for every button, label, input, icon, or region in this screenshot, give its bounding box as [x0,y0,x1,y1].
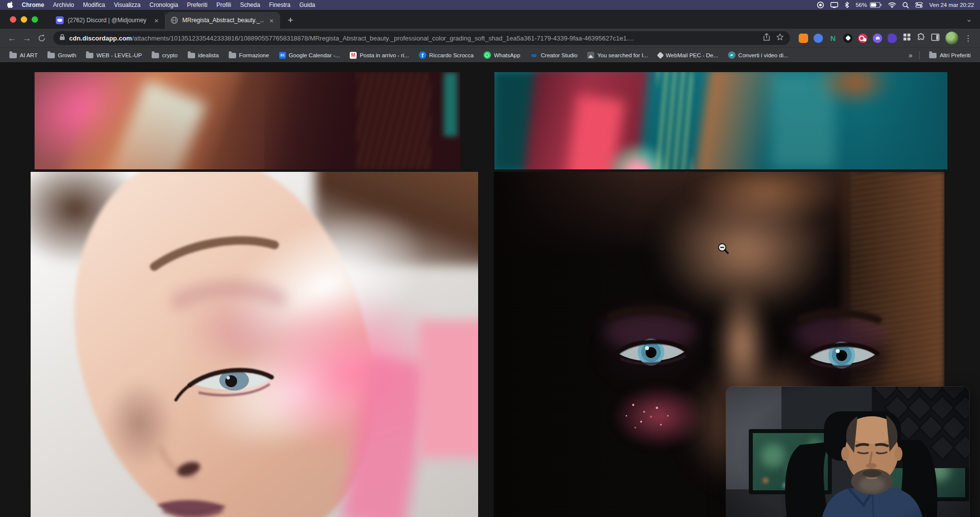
image-grid-bottom-left-portrait[interactable] [31,172,478,517]
wifi-icon[interactable] [888,2,896,8]
facebook-icon [419,51,426,59]
bookmark-folder-growth[interactable]: Growth [43,50,81,60]
tab-discord[interactable]: (2762) Discord | @Midjourney × [51,12,165,29]
tab-close-icon[interactable]: × [153,16,160,25]
menu-cronologia[interactable]: Cronologia [145,0,183,10]
macos-menubar: Chrome Archivio Modifica Visualizza Cron… [0,0,980,10]
bookmark-star-icon[interactable] [776,33,784,43]
blue-extension-icon[interactable] [814,34,823,43]
dark-circle-extension-icon[interactable] [843,34,853,43]
red-key-extension-icon[interactable] [858,34,867,43]
page-content [0,62,980,517]
side-panel-icon[interactable] [931,34,939,43]
presenter-scene [726,387,969,517]
extension-icons: N [795,34,901,43]
tab-image-active[interactable]: MRregista_Abstract_beauty._… × [165,12,280,29]
bookmarks-bar: AI ART Growth WEB - LEVEL-UP crypto idea… [0,47,980,62]
lock-icon [59,34,65,42]
screen-mirroring-icon[interactable] [830,2,838,8]
tab-strip: (2762) Discord | @Midjourney × MRregista… [0,10,980,29]
menu-profili[interactable]: Profili [212,0,236,10]
tab-search-chevron-icon[interactable]: ⌄ [966,15,972,24]
menu-chrome[interactable]: Chrome [17,0,48,10]
bookmark-folder-web-level-up[interactable]: WEB - LEVEL-UP [82,50,146,60]
tab-close-icon[interactable]: × [268,16,275,25]
webmail-diamond-icon [657,51,664,58]
bookmark-google-calendar[interactable]: Google Calendar -... [275,50,345,60]
profile-avatar[interactable] [945,32,958,44]
purple-extension-icon[interactable] [873,34,882,43]
image-grid-top-left[interactable] [35,72,460,169]
gmail-icon [350,52,357,59]
video-convert-icon [728,51,735,59]
bookmark-whatsapp[interactable]: WhatsApp [479,50,525,60]
menu-guida[interactable]: Guida [295,0,320,10]
other-bookmarks-folder[interactable]: Altri Preferiti [925,50,975,60]
menu-finestra[interactable]: Finestra [265,0,295,10]
webcam-overlay[interactable] [726,387,969,517]
menu-scheda[interactable]: Scheda [236,0,265,10]
bookmark-facebook-profile[interactable]: Riccardo Scrocca [414,50,478,60]
image-grid-top-right[interactable] [494,72,947,169]
meta-infinity-icon [530,51,538,59]
menu-archivio[interactable]: Archivio [48,0,79,10]
share-icon[interactable] [763,33,770,43]
extensions-puzzle-icon[interactable] [917,33,925,43]
folder-icon [152,53,159,58]
bookmark-gmail-inbox[interactable]: Posta in arrivo - ri... [345,50,413,60]
folder-icon [9,53,17,58]
folder-icon [86,53,93,58]
menubar-clock[interactable]: Ven 24 mar 20:22 [929,2,974,8]
spotlight-search-icon[interactable] [902,2,909,8]
tab-title: MRregista_Abstract_beauty._… [182,17,264,24]
record-icon[interactable] [817,1,824,8]
new-tab-button[interactable]: + [284,14,297,27]
minimize-window-button[interactable] [21,16,27,23]
bookmark-image-search[interactable]: You searched for I... [583,50,653,60]
google-calendar-icon [279,52,286,59]
indigo-extension-icon[interactable] [888,34,897,43]
url-host: cdn.discordapp.com [69,35,132,42]
folder-icon [229,53,236,58]
discord-favicon [56,16,64,24]
bookmark-creator-studio[interactable]: Creator Studio [526,50,582,61]
zoom-window-button[interactable] [32,16,38,23]
apple-logo-icon[interactable] [7,1,13,9]
menu-extras-icon[interactable] [915,2,923,8]
portrait-face-details [31,172,478,517]
bookmark-converti-video[interactable]: Converti i video di... [724,50,793,60]
folder-icon [929,53,937,58]
bookmark-folder-crypto[interactable]: crypto [147,50,182,60]
bookmark-folder-ai-art[interactable]: AI ART [5,50,42,60]
whatsapp-icon [484,51,491,59]
battery-percent: 56% [856,2,867,8]
bluetooth-icon[interactable] [845,1,849,8]
bookmark-folder-idealista[interactable]: idealista [183,50,223,60]
browser-toolbar: ← → cdn.discordapp.com /attachments/1013… [0,29,980,47]
bookmarks-overflow-chevron[interactable]: » [907,51,915,59]
kebab-menu-icon[interactable]: ⋮ [964,34,972,43]
tab-grid-icon[interactable] [903,33,911,43]
teal-n-extension-icon[interactable]: N [828,34,838,43]
back-button[interactable]: ← [5,31,19,45]
globe-favicon [170,16,178,24]
folder-icon [47,53,55,58]
battery-charging-icon[interactable] [870,2,882,8]
image-search-icon [587,52,594,59]
toolbar-controls: ⋮ [902,32,975,44]
menu-preferiti[interactable]: Preferiti [183,0,212,10]
url-path: /attachments/1013512335442333816/1088905… [132,35,759,42]
address-bar[interactable]: cdn.discordapp.com /attachments/10135123… [53,31,790,45]
zoom-out-cursor-icon [717,242,730,255]
tab-title: (2762) Discord | @Midjourney [68,17,149,24]
reload-button[interactable] [35,31,48,45]
bookmark-folder-formazione[interactable]: Formazione [224,50,274,60]
bookmark-webmail-pec[interactable]: WebMail PEC - De... [653,51,723,60]
menu-modifica[interactable]: Modifica [79,0,110,10]
close-window-button[interactable] [10,16,16,23]
bookmarks-divider [919,51,920,59]
metamask-extension-icon[interactable] [799,34,808,43]
menu-visualizza[interactable]: Visualizza [110,0,145,10]
screen: Chrome Archivio Modifica Visualizza Cron… [0,0,980,517]
forward-button[interactable]: → [20,31,34,45]
